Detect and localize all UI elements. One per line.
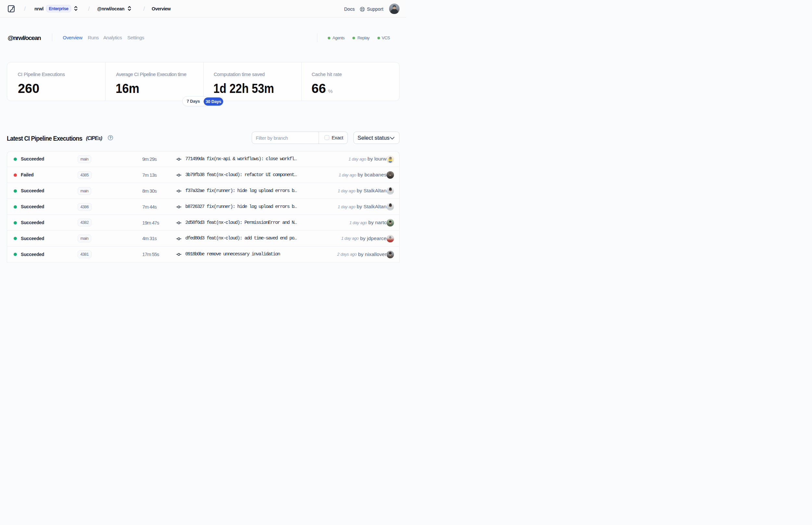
svg-text:?: ?	[109, 136, 111, 140]
